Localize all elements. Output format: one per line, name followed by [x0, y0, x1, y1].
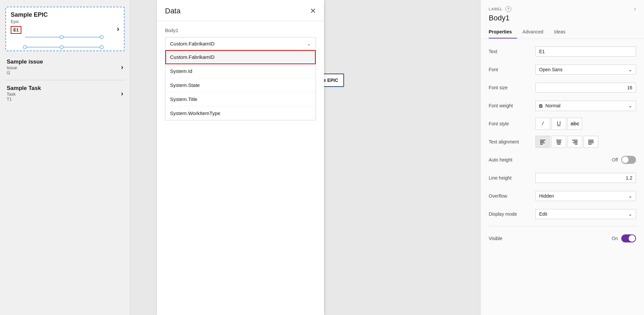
epic-chevron-right[interactable]: ›: [117, 25, 119, 33]
auto-height-label: Auto height: [489, 157, 535, 163]
font-size-prop-row: Font size: [489, 82, 636, 94]
svg-rect-16: [574, 141, 578, 142]
align-justify-button[interactable]: [584, 136, 598, 148]
issue-type: Issue: [7, 65, 43, 70]
data-section-label: Body1: [165, 28, 316, 33]
svg-rect-17: [573, 142, 578, 143]
svg-point-4: [23, 45, 27, 49]
data-modal-title: Data: [165, 7, 180, 15]
issue-item[interactable]: Sample issue Issue I1 ›: [5, 54, 125, 80]
issue-chevron[interactable]: ›: [121, 63, 123, 71]
epic-type: Epic: [11, 19, 119, 24]
font-size-value-container: [535, 83, 636, 93]
font-value: Open Sans: [539, 67, 562, 72]
svg-rect-22: [588, 144, 592, 144]
overflow-label: Overflow: [489, 193, 535, 199]
task-type: Task: [7, 92, 41, 97]
visible-on-label: On: [612, 236, 618, 241]
visible-toggle-row: On: [535, 234, 636, 242]
dropdown-item-systemtitle[interactable]: System.Title: [165, 92, 316, 106]
font-weight-select[interactable]: B Normal ⌄: [535, 101, 636, 111]
nav-arrow-right[interactable]: ›: [634, 5, 636, 12]
font-weight-chevron-icon: ⌄: [628, 103, 632, 108]
font-prop-row: Font Open Sans ⌄: [489, 64, 636, 76]
dropdown-item-systemid[interactable]: System.Id: [165, 64, 316, 78]
epic-work-item: Sample EPIC Epic E1 ›: [5, 7, 125, 51]
visible-value-container: On: [535, 234, 636, 242]
visible-toggle-knob: [629, 235, 635, 242]
text-input[interactable]: [535, 46, 636, 57]
svg-rect-10: [540, 144, 543, 144]
dropdown-item-systemstate[interactable]: System.State: [165, 78, 316, 92]
display-mode-chevron-icon: ⌄: [628, 211, 632, 217]
tabs-row: Properties Advanced Ideas: [489, 26, 636, 38]
align-right-button[interactable]: [568, 136, 582, 148]
epic-card[interactable]: Sample EPIC Epic E1 ›: [5, 7, 125, 51]
font-style-value-container: / U abc: [535, 118, 636, 130]
help-icon[interactable]: ?: [505, 6, 511, 12]
tab-ideas[interactable]: Ideas: [554, 26, 571, 38]
strikethrough-button[interactable]: abc: [568, 118, 582, 130]
align-center-icon: [556, 139, 562, 145]
align-left-button[interactable]: [535, 136, 550, 148]
auto-height-off-label: Off: [612, 157, 618, 163]
overflow-chevron-icon: ⌄: [628, 193, 632, 199]
font-select[interactable]: Open Sans ⌄: [535, 65, 636, 75]
display-mode-value-container: Edit ⌄: [535, 209, 636, 219]
auto-height-toggle-knob: [622, 156, 629, 163]
display-mode-label: Display mode: [489, 211, 535, 217]
underline-button[interactable]: U: [551, 118, 566, 130]
right-panel-header: LABEL ? › Body1 Properties Advanced Idea…: [481, 0, 644, 39]
auto-height-toggle[interactable]: [621, 156, 636, 164]
bold-icon: B: [539, 103, 543, 109]
dropdown-trigger[interactable]: Custom.FabrikamID ⌄: [165, 37, 316, 50]
dropdown-selected-value: Custom.FabrikamID: [170, 41, 214, 46]
text-value-container: [535, 46, 636, 57]
task-chevron[interactable]: ›: [121, 90, 123, 97]
overflow-value: Hidden: [539, 193, 554, 199]
font-weight-value-container: B Normal ⌄: [535, 101, 636, 111]
dropdown-item-workitemtype[interactable]: System.WorkItemType: [165, 106, 316, 120]
svg-rect-7: [540, 140, 545, 140]
font-size-input[interactable]: [535, 83, 636, 93]
visible-label: Visible: [489, 236, 535, 241]
svg-rect-21: [588, 142, 594, 143]
align-left-icon: [540, 139, 546, 145]
svg-point-5: [60, 45, 63, 49]
svg-rect-20: [588, 141, 594, 142]
right-panel-body: Text Font Open Sans ⌄ Font size Font: [481, 39, 644, 315]
align-justify-icon: [588, 139, 594, 145]
svg-rect-15: [572, 140, 578, 140]
dropdown-item-fabrikamid[interactable]: Custom.FabrikamID: [165, 50, 316, 64]
auto-height-toggle-row: Off: [535, 156, 636, 164]
line-height-value-container: [535, 173, 636, 183]
italic-button[interactable]: /: [535, 118, 550, 130]
data-modal: Data ✕ Body1 Custom.FabrikamID ⌄ Custom.…: [157, 0, 324, 315]
data-modal-body: Body1 Custom.FabrikamID ⌄ Custom.Fabrika…: [157, 21, 324, 315]
dropdown-list: Custom.FabrikamID System.Id System.State…: [165, 50, 316, 120]
svg-point-6: [100, 45, 104, 49]
close-button[interactable]: ✕: [310, 7, 316, 15]
left-panel: Sample EPIC Epic E1 › Sample issue Issu: [0, 0, 130, 315]
visible-toggle[interactable]: [621, 234, 636, 242]
task-item[interactable]: Sample Task Task T1 ›: [5, 80, 125, 106]
overflow-select[interactable]: Hidden ⌄: [535, 191, 636, 201]
display-mode-select[interactable]: Edit ⌄: [535, 209, 636, 219]
text-alignment-label: Text alignment: [489, 139, 535, 144]
font-label: Font: [489, 67, 535, 72]
font-style-buttons: / U abc: [535, 118, 636, 130]
data-modal-header: Data ✕: [157, 0, 324, 21]
svg-rect-11: [556, 140, 561, 140]
text-alignment-prop-row: Text alignment: [489, 136, 636, 148]
label-text: LABEL: [489, 7, 503, 11]
tab-advanced[interactable]: Advanced: [522, 26, 548, 38]
task-title: Sample Task: [7, 85, 41, 92]
align-center-button[interactable]: [551, 136, 566, 148]
text-alignment-value-container: [535, 136, 636, 148]
tab-properties[interactable]: Properties: [489, 26, 517, 38]
issue-title: Sample issue: [7, 59, 43, 65]
font-weight-prop-row: Font weight B Normal ⌄: [489, 100, 636, 112]
align-right-icon: [572, 139, 578, 145]
svg-rect-12: [557, 141, 561, 142]
line-height-input[interactable]: [535, 173, 636, 183]
